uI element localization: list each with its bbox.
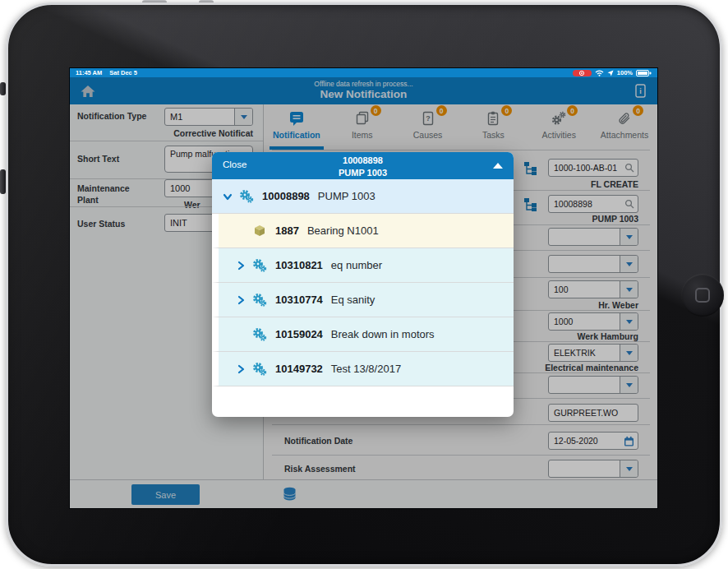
tree-row-10310774[interactable]: 10310774 Eq sanity: [212, 283, 514, 317]
recording-indicator-icon: [573, 70, 592, 76]
dialog-title-line2: PUMP 1003: [212, 167, 514, 179]
equipment-gears-icon: [252, 258, 267, 273]
tree-row-10149732[interactable]: 10149732 Test 13/8/2017: [212, 352, 514, 386]
tree-node-desc: Test 13/8/2017: [331, 363, 401, 375]
equipment-gears-icon: [239, 189, 254, 204]
wifi-icon: [595, 70, 604, 76]
chevron-right-icon[interactable]: [235, 260, 247, 271]
status-date: Sat Dec 5: [109, 69, 137, 76]
side-volume-rocker: [0, 169, 6, 194]
chevron-right-icon[interactable]: [235, 363, 247, 375]
tree-row-1887[interactable]: 1887 Bearing N1001: [212, 214, 514, 248]
equipment-gears-icon: [252, 293, 267, 308]
tree-node-id: 10008898: [262, 190, 310, 202]
tree-node-desc: PUMP 1003: [318, 190, 376, 202]
tree-node-desc: eq number: [331, 259, 382, 271]
side-switch: [0, 82, 6, 95]
material-cube-icon: [252, 224, 267, 238]
home-button-hardware[interactable]: [681, 274, 724, 317]
chevron-down-icon[interactable]: [222, 191, 233, 202]
tree-node-desc: Break down in motors: [331, 328, 435, 340]
equipment-hierarchy-dialog: Close 10008898 PUMP 1003 10008898 PUMP 1…: [212, 152, 514, 417]
status-bar: 11:45 AM Sat Dec 5 100%: [70, 68, 657, 77]
chevron-right-icon[interactable]: [235, 294, 247, 306]
tree-row-10310821[interactable]: 10310821 eq number: [212, 248, 514, 283]
tree-node-id: 10159024: [275, 328, 323, 340]
tree-node-id: 1887: [275, 224, 299, 237]
dialog-header: Close 10008898 PUMP 1003: [212, 152, 514, 179]
app-screen: 11:45 AM Sat Dec 5 100% Offline data ref…: [70, 68, 657, 508]
tree-node-id: 10310774: [275, 294, 323, 306]
location-icon: [607, 70, 614, 76]
dialog-title: 10008898 PUMP 1003: [212, 152, 514, 178]
equipment-gears-icon: [252, 362, 267, 377]
collapse-arrow-icon[interactable]: [493, 163, 503, 169]
status-time: 11:45 AM: [76, 69, 102, 76]
tree-row-10008898[interactable]: 10008898 PUMP 1003: [212, 179, 514, 214]
battery-icon: [636, 70, 652, 76]
tree-node-id: 10310821: [275, 259, 323, 271]
dialog-close-button[interactable]: Close: [223, 160, 247, 169]
dialog-title-line1: 10008898: [212, 155, 514, 167]
tree-row-10159024[interactable]: 10159024 Break down in motors: [212, 317, 514, 352]
tree-node-desc: Eq sanity: [331, 294, 375, 306]
equipment-gears-icon: [252, 327, 267, 342]
battery-percent: 100%: [617, 69, 633, 76]
tree-node-id: 10149732: [275, 363, 323, 375]
tree-node-desc: Bearing N1001: [307, 224, 379, 237]
ipad-mockup: 11:45 AM Sat Dec 5 100% Offline data ref…: [0, 0, 728, 569]
